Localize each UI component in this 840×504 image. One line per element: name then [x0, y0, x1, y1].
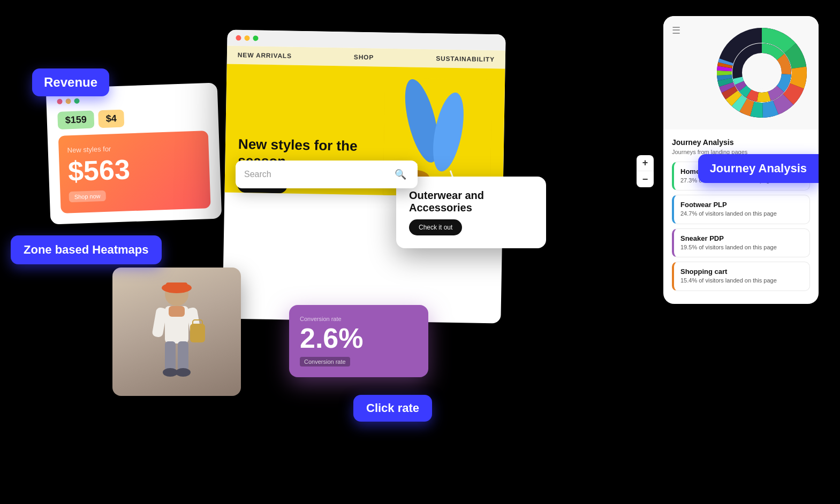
- journey-item-title: Sneaker PDP: [680, 234, 803, 242]
- price-row: $159 $4: [57, 106, 208, 129]
- journey-donut-chart: [714, 25, 810, 121]
- zoom-in-button[interactable]: +: [637, 155, 654, 171]
- revenue-badge: Revenue: [32, 68, 109, 96]
- close-dot: [236, 35, 241, 41]
- clickrate-badge: Click rate: [353, 395, 432, 422]
- scene: Revenue $159 $4 New styles for $563 Shop…: [0, 0, 840, 504]
- clickrate-header: Conversion rate: [300, 316, 418, 322]
- maximize-dot: [253, 35, 258, 41]
- journey-chart-area: ☰: [663, 16, 819, 129]
- revenue-amount: $563: [67, 153, 201, 186]
- fashion-photo-inner: [112, 268, 241, 396]
- close-dot: [57, 99, 62, 104]
- search-icon[interactable]: 🔍: [392, 166, 409, 183]
- clickrate-sub: Conversion rate: [300, 357, 350, 366]
- minimize-dot: [244, 35, 249, 41]
- nav-shop[interactable]: SHOP: [354, 54, 374, 62]
- clickrate-card: Conversion rate 2.6% Conversion rate: [289, 305, 428, 377]
- journey-analysis-badge: Journey Analysis: [698, 154, 819, 183]
- revenue-sub-label: New styles for: [67, 142, 200, 155]
- svg-rect-11: [169, 306, 185, 317]
- svg-rect-16: [165, 341, 176, 371]
- svg-point-19: [176, 368, 191, 377]
- minimize-dot: [65, 98, 71, 104]
- person-illustration: [139, 278, 214, 385]
- revenue-main-card: New styles for $563 Shop now: [58, 131, 211, 213]
- journey-item-stat: 24.7% of visitors landed on this page: [680, 210, 803, 218]
- journey-panel: ☰: [663, 16, 819, 304]
- check-out-button[interactable]: Check it out: [409, 219, 462, 235]
- svg-point-49: [746, 57, 778, 89]
- fashion-photo: [112, 268, 241, 396]
- journey-item-title: Shopping cart: [680, 268, 803, 276]
- svg-rect-17: [178, 341, 188, 371]
- zoom-out-button[interactable]: −: [637, 171, 654, 187]
- journey-item-sneaker: Sneaker PDP 19.5% of visitors landed on …: [672, 228, 810, 257]
- zoom-controls[interactable]: + −: [637, 155, 654, 187]
- clickrate-number: 2.6%: [300, 324, 418, 352]
- revenue-cta[interactable]: Shop now: [69, 190, 106, 202]
- outerwear-title: Outerwear and Accessories: [409, 189, 533, 214]
- journey-item-title: Footwear PLP: [680, 201, 803, 209]
- search-placeholder: Search: [244, 170, 271, 179]
- nav-new-arrivals[interactable]: NEW ARRIVALS: [238, 51, 292, 60]
- zone-badge: Zone based Heatmaps: [11, 235, 162, 264]
- svg-rect-9: [166, 282, 187, 291]
- journey-item-footwear: Footwear PLP 24.7% of visitors landed on…: [672, 195, 810, 224]
- nav-sustainability[interactable]: SUSTAINABILITY: [436, 55, 495, 63]
- search-overlay[interactable]: Search 🔍: [236, 161, 418, 188]
- journey-item-cart: Shopping cart 15.4% of visitors landed o…: [672, 262, 810, 291]
- revenue-card: $159 $4 New styles for $563 Shop now: [46, 82, 222, 224]
- price-secondary: $4: [98, 110, 124, 128]
- journey-item-stat: 15.4% of visitors landed on this page: [680, 277, 803, 285]
- menu-icon: ☰: [672, 25, 687, 36]
- journey-panel-title: Journey Analysis: [672, 138, 810, 147]
- journey-item-stat: 19.5% of visitors landed on this page: [680, 243, 803, 251]
- price-primary: $159: [57, 111, 94, 129]
- maximize-dot: [74, 98, 79, 103]
- outerwear-card: Outerwear and Accessories Check it out: [396, 177, 546, 248]
- svg-point-18: [163, 368, 178, 377]
